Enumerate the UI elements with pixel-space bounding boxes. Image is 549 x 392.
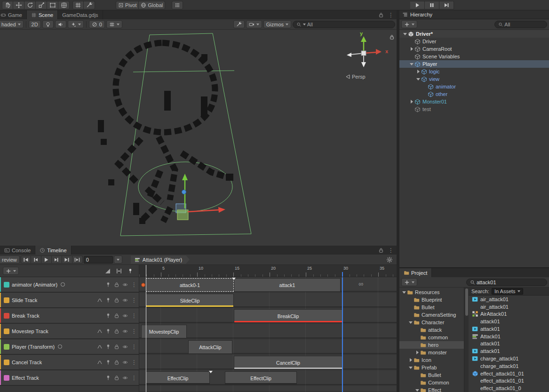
- folder-prefab-effect[interactable]: Effect: [399, 386, 464, 392]
- eye-icon[interactable]: [122, 360, 128, 365]
- foldout-arrow[interactable]: [409, 99, 414, 104]
- timeline-play-button[interactable]: [41, 256, 52, 264]
- hierarchy-item-monster01[interactable]: Monster01: [399, 98, 549, 105]
- project-search-input[interactable]: [477, 280, 543, 285]
- hierarchy-item-driver-scene[interactable]: Driver*: [399, 30, 549, 38]
- add-track-button[interactable]: [3, 267, 19, 275]
- transform-tool-button[interactable]: [58, 1, 70, 9]
- pivot-toggle-button[interactable]: Pivot: [116, 1, 139, 9]
- 2d-toggle-button[interactable]: 2D: [29, 20, 41, 28]
- lock-icon[interactable]: [114, 360, 119, 365]
- track-player-transform[interactable]: Player (Transform): [0, 339, 139, 355]
- track-break[interactable]: Break Track: [0, 308, 139, 324]
- foldout-arrow[interactable]: [414, 387, 420, 392]
- marker-toggle[interactable]: [127, 268, 133, 274]
- lock-icon[interactable]: [114, 328, 119, 334]
- timeline-ruler[interactable]: 5 10 15 20 25 30 35: [139, 265, 397, 277]
- curve-icon[interactable]: [97, 328, 103, 334]
- hierarchy-search-input[interactable]: [504, 22, 543, 27]
- lock-icon[interactable]: [378, 248, 384, 253]
- result-item[interactable]: charge_attack01: [469, 355, 549, 362]
- curve-icon[interactable]: [97, 360, 103, 365]
- clip-attackclip[interactable]: AttackClip: [188, 340, 232, 354]
- pin-icon[interactable]: [105, 297, 111, 303]
- result-item[interactable]: air_attack01: [469, 303, 549, 311]
- frame-field[interactable]: [84, 256, 113, 264]
- panel-menu-button[interactable]: [388, 247, 394, 254]
- hierarchy-item-cameraroot[interactable]: CameraRoot: [399, 45, 549, 53]
- clip-attack0-1[interactable]: attack0-1: [146, 278, 234, 292]
- tab-project[interactable]: Project: [399, 268, 432, 277]
- clip-slideclip[interactable]: SlideClip: [146, 294, 234, 307]
- foldout-arrow[interactable]: [409, 46, 414, 52]
- create-asset-button[interactable]: [401, 278, 417, 286]
- scene-search[interactable]: [293, 21, 395, 28]
- folder-prefab[interactable]: Prefab: [399, 364, 464, 371]
- folder-monster[interactable]: monster: [399, 349, 464, 356]
- clip-effectclip-2[interactable]: EffectClip: [225, 371, 297, 385]
- hierarchy-item-other[interactable]: other: [399, 90, 549, 98]
- eye-icon[interactable]: [122, 282, 128, 288]
- lock-icon[interactable]: [114, 375, 119, 381]
- pin-icon[interactable]: [105, 328, 111, 334]
- result-item[interactable]: effect_attack01_01: [469, 370, 549, 377]
- folder-prefab-bullet[interactable]: Bullet: [399, 371, 464, 379]
- tab-gamedata[interactable]: GameData.gdjs: [58, 10, 103, 19]
- foldout-arrow[interactable]: [409, 61, 414, 67]
- scene-search-input[interactable]: [307, 22, 391, 27]
- go-to-start-button[interactable]: [21, 256, 31, 264]
- hierarchy-item-logic[interactable]: logic: [399, 68, 549, 75]
- result-item[interactable]: attack01: [469, 325, 549, 333]
- play-button[interactable]: [410, 1, 425, 9]
- result-item[interactable]: AirAttack01: [469, 311, 549, 318]
- foldout-arrow[interactable]: [415, 69, 421, 74]
- foldout-arrow[interactable]: [408, 365, 414, 370]
- tab-scene[interactable]: Scene: [27, 10, 58, 19]
- track-cancel[interactable]: Cancel Track: [0, 355, 139, 370]
- create-object-button[interactable]: [401, 20, 417, 28]
- search-scope-dropdown[interactable]: In Assets: [492, 288, 523, 295]
- grid-settings-dropdown[interactable]: [106, 20, 122, 28]
- timeline-settings-button[interactable]: [386, 256, 393, 263]
- rect-tool-button[interactable]: [47, 1, 58, 9]
- tab-game[interactable]: Game: [0, 10, 27, 19]
- eye-icon[interactable]: [122, 344, 128, 350]
- track-menu-button[interactable]: [131, 328, 137, 335]
- pin-icon[interactable]: [105, 375, 111, 381]
- clip-movestepclip[interactable]: MovestepClip: [141, 325, 187, 338]
- move-tool-button[interactable]: [13, 1, 24, 9]
- eye-icon[interactable]: [122, 375, 128, 381]
- lighting-toggle-button[interactable]: [42, 20, 54, 28]
- shading-mode-dropdown[interactable]: haded: [0, 20, 24, 28]
- camera-settings-dropdown[interactable]: [246, 20, 262, 28]
- custom-tools-button[interactable]: [84, 1, 95, 9]
- folder-character[interactable]: Character: [399, 319, 464, 326]
- view-lock-icon[interactable]: [389, 34, 395, 40]
- result-item[interactable]: attack01: [469, 340, 549, 348]
- track-effect[interactable]: Effect Track: [0, 370, 139, 386]
- eye-icon[interactable]: [122, 297, 128, 303]
- eye-icon[interactable]: [122, 328, 128, 334]
- track-menu-button[interactable]: [131, 375, 137, 381]
- lock-icon[interactable]: [378, 12, 384, 18]
- curve-icon[interactable]: [97, 297, 103, 303]
- playhead[interactable]: [146, 265, 146, 277]
- record-toggle[interactable]: [61, 282, 65, 287]
- clip-breakclip[interactable]: BreakClip: [234, 309, 342, 323]
- scale-tool-button[interactable]: [36, 1, 47, 9]
- grid-tool-button[interactable]: [72, 1, 84, 9]
- curve-icon[interactable]: [97, 344, 103, 350]
- record-toggle[interactable]: [58, 344, 62, 349]
- folder-hero[interactable]: hero: [399, 341, 464, 349]
- overlay-tools-button[interactable]: [233, 20, 245, 28]
- play-range-button[interactable]: [72, 256, 83, 264]
- folder-attack[interactable]: attack: [399, 326, 464, 334]
- track-menu-button[interactable]: [131, 297, 137, 304]
- hierarchy-search[interactable]: [494, 21, 547, 28]
- tab-timeline[interactable]: Timeline: [35, 246, 71, 255]
- grid-snap-button[interactable]: [172, 1, 183, 9]
- frame-unit-dropdown[interactable]: [114, 256, 122, 264]
- previous-frame-button[interactable]: [31, 256, 41, 264]
- orientation-gizmo[interactable]: y x Persp: [339, 32, 388, 85]
- hierarchy-item-view[interactable]: view: [399, 75, 549, 83]
